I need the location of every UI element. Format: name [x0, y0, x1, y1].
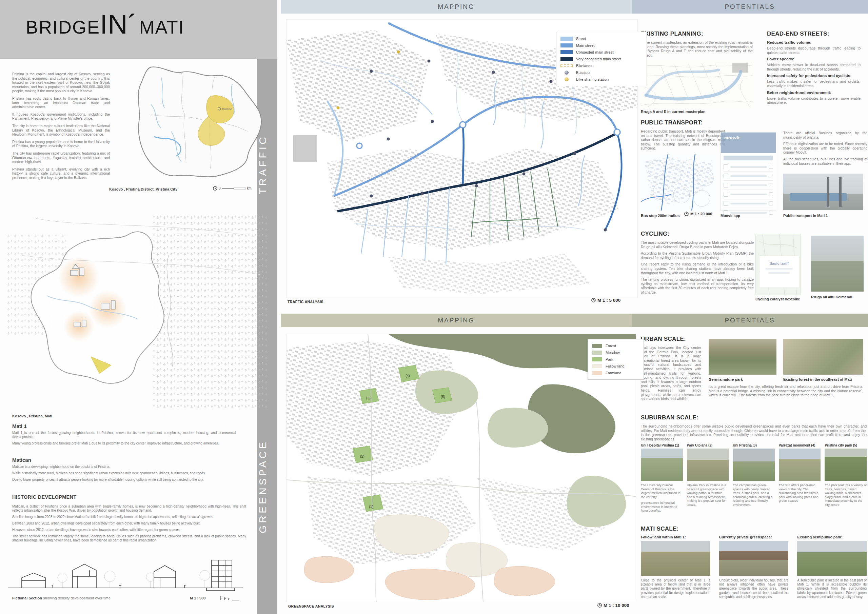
legend-label: Very congested main street	[576, 57, 621, 61]
mati1-paragraph: Mati 1 is one of the fastest-growing nei…	[12, 431, 236, 439]
park-card-row: Uni Hospital Pristina (1) The University…	[641, 443, 866, 515]
kosovo-map-pristina-label: Pristina	[222, 107, 232, 111]
suburban-scale-body: The surrounding neighborhoods offer some…	[641, 424, 866, 441]
existing-planning-heading: EXISTING PLANNING:	[641, 31, 753, 37]
bus-line-icon	[724, 192, 728, 197]
urban-scale-block: URBAN SCALE: Mati lays inbetween the Cit…	[641, 336, 701, 403]
legend-label: Farmland	[606, 371, 621, 375]
dead-end-point-body: Vehicles move slower in dead-end streets…	[767, 63, 860, 71]
moovit-list-row	[724, 181, 773, 190]
card-title: Pristina city park (5)	[825, 443, 866, 447]
legend-item-bikelanes: Bikelanes	[561, 62, 643, 69]
masterplan-caption: Rruga A and E in current masterplan	[641, 110, 753, 113]
dead-end-point-body: Dead-end streets discourage through traf…	[767, 46, 860, 54]
external-link-icon	[769, 202, 773, 205]
north-clock-icon	[597, 603, 602, 608]
fellow-land-swatch	[592, 364, 602, 368]
congested-swatch	[561, 50, 573, 54]
public-transport-photo	[783, 174, 863, 210]
historic-block: HISTORIC DEVELOPMENT Matican, a district…	[12, 494, 246, 545]
traffic-potentials-header: POTENTIALS	[632, 0, 868, 14]
very-congested-swatch	[561, 57, 573, 61]
list-line	[730, 166, 767, 168]
suburban-scale-heading: SUBURBAN SCALE:	[641, 414, 866, 421]
sign-pole	[839, 177, 842, 208]
card-body: Ulpiana Park in Pristina is a peaceful g…	[687, 483, 729, 507]
suburban-scale-block: SUBURBAN SCALE: The surrounding neighbor…	[641, 414, 866, 443]
busstop-icon	[564, 71, 569, 74]
pt-right-paragraph: All the bus schedules, bus lines and liv…	[783, 157, 867, 166]
scale-start: 0	[219, 186, 221, 190]
sign-pole	[827, 177, 829, 208]
nextbike-tariff-title: Basic tariff	[760, 261, 799, 265]
title-part-bridge: BRIDGE	[26, 17, 100, 38]
nextbike-caption: Cycling catalyst nextbike	[755, 297, 800, 301]
section-scale-ruler-icon	[220, 595, 240, 601]
external-link-icon	[769, 192, 773, 196]
scale-ruler-icon	[222, 187, 246, 190]
section-scale: M 1 : 500	[190, 596, 206, 600]
card-title: Uni Hospital Pristina (1)	[641, 443, 683, 447]
tariff-line	[768, 272, 790, 274]
mati-col-title: Currently private greenspace:	[719, 535, 789, 539]
moovit-caption: Moovit app	[721, 214, 740, 218]
park-swatch	[592, 357, 602, 361]
kosovo-map-caption: Kosovo , Pristina District, Pristina Cit…	[109, 187, 177, 191]
matican-heading: Matican	[12, 457, 236, 463]
kosovo-map-scalebar: 0 km	[213, 186, 251, 191]
historic-paragraph: Between 2003 and 2012, urban dwellings d…	[12, 521, 246, 526]
legend-item-park: Park	[592, 356, 640, 363]
park-card-city-park: Pristina city park (5) The park features…	[825, 443, 866, 515]
legend-label: Bikelanes	[576, 64, 592, 68]
mati-col-body: A semipublic park is located in the east…	[797, 578, 866, 599]
legend-item-bike-sharing: Bike sharing station	[561, 76, 643, 83]
moovit-list-row	[724, 190, 773, 199]
existing-forest-caption: Existing forest in the southeast of Mati	[783, 377, 852, 381]
matican-paragraph: Matican is a developing neighborhood on …	[12, 465, 236, 469]
moovit-list-row	[724, 163, 773, 172]
historic-heading: HISTORIC DEVELOPMENT	[12, 494, 246, 500]
scale-text: M 1 : 5 000	[597, 298, 620, 303]
dead-end-block: DEAD-END STREETS: Reduced traffic volume…	[767, 31, 860, 107]
historic-paragraph: Matican, a district of Prishtina once a …	[12, 504, 246, 513]
legend-label: Congested main street	[576, 50, 614, 54]
matican-block: Matican Matican is a developing neighbor…	[12, 457, 236, 484]
historic-paragraph: However, since 2012, urban dwellings hav…	[12, 528, 246, 532]
intro-paragraph: Pristina has a young population and is h…	[12, 140, 110, 148]
legend-label: Busstop	[576, 71, 590, 74]
list-line	[730, 185, 767, 186]
map-marker-3: (3)	[366, 396, 370, 400]
card-body: greenspaces in hospital environments is …	[641, 501, 683, 513]
moovit-brand: moovit	[721, 133, 776, 153]
matican-paragraph: While historically more rural, Matican h…	[12, 471, 236, 475]
card-title: Varrezat monument (4)	[779, 443, 821, 447]
dead-end-point-title: Reduced traffic volume:	[767, 40, 860, 44]
legend-item-congested: Congested main street	[561, 49, 643, 56]
bikelane-swatch	[561, 64, 573, 67]
legend-item-very-congested: Very congested main street	[561, 56, 643, 62]
greenspace-map	[287, 334, 636, 602]
mati-col-title: Fallow land within Mati 1:	[641, 535, 710, 539]
section-caption: Fictional Section showing density develo…	[12, 596, 110, 600]
public-transport-heading: PUBLIC TRANSPORT:	[641, 119, 725, 126]
external-link-icon	[769, 165, 773, 169]
forest-swatch	[592, 344, 602, 348]
germia-park-photo	[708, 339, 777, 375]
park-card-varrezat: Varrezat monument (4) The site offers pa…	[779, 443, 821, 515]
mati-col-private: Currently private greenspace: Unbuilt pl…	[719, 535, 789, 599]
north-clock-icon	[684, 212, 689, 216]
moovit-app-figure: moovit	[721, 132, 776, 211]
dead-end-point-title: Increased safety for pedestrians and cyc…	[767, 74, 860, 78]
historic-paragraph: The street network has remained largely …	[12, 534, 246, 543]
fictional-section-drawing	[8, 557, 243, 595]
intro-text-block: Pristina is the capital and largest city…	[12, 72, 110, 183]
legend-item-forest: Forest	[592, 343, 640, 349]
card-body: The University Clinical Center of Kosovo…	[641, 483, 683, 499]
matican-paragraph: Due to lower property prices, it attract…	[12, 478, 236, 482]
external-link-icon	[769, 183, 773, 187]
list-line	[730, 203, 767, 205]
card-title: Park Ulpiana (2)	[687, 443, 729, 447]
map-marker-1: (1)	[369, 504, 373, 509]
map-marker-4: (4)	[406, 374, 410, 378]
mati-col-body: Unbuilt plots, older individual houses, …	[719, 578, 789, 599]
